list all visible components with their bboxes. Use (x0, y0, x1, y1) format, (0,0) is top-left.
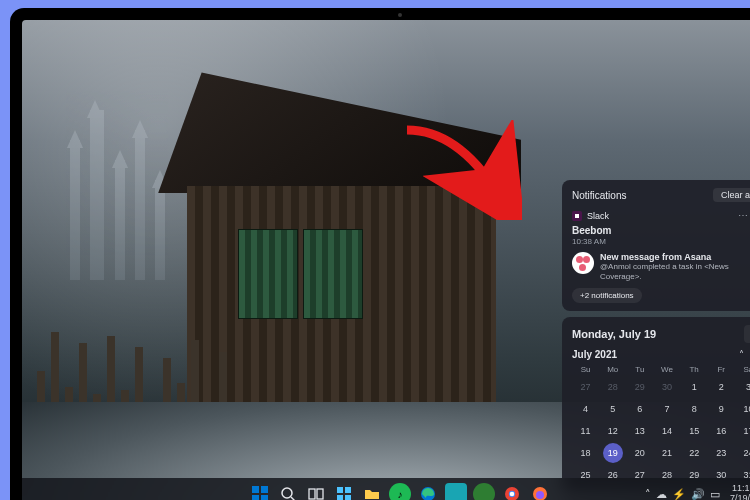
svg-rect-9 (345, 487, 351, 493)
search-icon[interactable] (277, 483, 299, 500)
svg-point-17 (536, 491, 544, 499)
more-notifications-button[interactable]: +2 notifications (572, 288, 642, 303)
start-button[interactable] (249, 483, 271, 500)
calendar-day[interactable]: 8 (681, 399, 708, 419)
calendar-day[interactable]: 4 (572, 399, 599, 419)
chrome-icon[interactable] (501, 483, 523, 500)
calendar-day[interactable]: 7 (653, 399, 680, 419)
screen: Notifications Clear all Slack ⋯ ✕ Beebom… (22, 20, 750, 500)
action-center-flyout: Notifications Clear all Slack ⋯ ✕ Beebom… (562, 180, 750, 499)
notifications-title: Notifications (572, 190, 626, 201)
calendar-day-other-month[interactable]: 28 (599, 377, 626, 397)
svg-rect-6 (309, 489, 315, 499)
webcam-dot (398, 13, 402, 17)
notification-time: 10:38 AM (572, 237, 750, 246)
system-tray: ˄ ☁ ⚡ 🔊 ▭ 11:17 AM 7/19/2021 (645, 484, 750, 500)
svg-rect-2 (252, 495, 259, 500)
calendar-panel: Monday, July 19 ⌄ July 2021 ˄ ˅ SuMoTuWe… (562, 317, 750, 493)
calendar-day[interactable]: 1 (681, 377, 708, 397)
volume-icon[interactable]: 🔊 (691, 488, 705, 501)
app-icon-2[interactable] (473, 483, 495, 500)
calendar-day[interactable]: 12 (599, 421, 626, 441)
calendar-day[interactable]: 9 (708, 399, 735, 419)
svg-rect-8 (337, 487, 343, 493)
calendar-day[interactable]: 14 (653, 421, 680, 441)
calendar-day[interactable]: 3 (735, 377, 750, 397)
notification-message-title: New message from Asana (600, 252, 750, 262)
svg-rect-1 (261, 486, 268, 493)
calendar-day-other-month[interactable]: 29 (626, 377, 653, 397)
calendar-day[interactable]: 24 (735, 443, 750, 463)
notifications-panel: Notifications Clear all Slack ⋯ ✕ Beebom… (562, 180, 750, 311)
calendar-collapse-icon[interactable]: ⌄ (744, 325, 750, 343)
svg-point-15 (510, 492, 515, 497)
calendar-dow: Su (572, 365, 599, 377)
calendar-day-today[interactable]: 19 (603, 443, 623, 463)
laptop-bezel: Notifications Clear all Slack ⋯ ✕ Beebom… (10, 8, 750, 500)
calendar-day[interactable]: 11 (572, 421, 599, 441)
onedrive-icon[interactable]: ☁ (656, 488, 667, 501)
spotify-icon[interactable]: ♪ (389, 483, 411, 500)
calendar-prev-icon[interactable]: ˄ (736, 349, 747, 360)
calendar-day[interactable]: 5 (599, 399, 626, 419)
calendar-month-label[interactable]: July 2021 (572, 349, 617, 360)
file-explorer-icon[interactable] (361, 483, 383, 500)
calendar-full-date: Monday, July 19 (572, 328, 656, 340)
clear-all-button[interactable]: Clear all (713, 188, 750, 202)
notification-channel: Beebom (572, 225, 750, 236)
asana-icon (572, 252, 594, 274)
edge-icon[interactable] (417, 483, 439, 500)
calendar-day-other-month[interactable]: 30 (653, 377, 680, 397)
svg-rect-3 (261, 495, 268, 500)
calendar-day[interactable]: 20 (626, 443, 653, 463)
firefox-icon[interactable] (529, 483, 551, 500)
tray-chevron-icon[interactable]: ˄ (645, 488, 651, 501)
notification-message-body: @Anmol completed a task in <News Coverag… (600, 262, 750, 281)
taskbar-center: ♪ (249, 483, 551, 500)
calendar-day[interactable]: 13 (626, 421, 653, 441)
calendar-day-other-month[interactable]: 27 (572, 377, 599, 397)
calendar-day[interactable]: 22 (681, 443, 708, 463)
svg-rect-0 (252, 486, 259, 493)
wifi-icon[interactable]: ⚡ (672, 488, 686, 501)
battery-icon[interactable]: ▭ (710, 488, 720, 501)
app-icon-1[interactable] (445, 483, 467, 500)
calendar-dow: Th (681, 365, 708, 377)
calendar-day[interactable]: 2 (708, 377, 735, 397)
svg-rect-7 (317, 489, 323, 499)
notification-more-icon[interactable]: ⋯ (738, 210, 748, 221)
calendar-day[interactable]: 17 (735, 421, 750, 441)
svg-rect-10 (337, 495, 343, 500)
calendar-day[interactable]: 6 (626, 399, 653, 419)
calendar-day[interactable]: 18 (572, 443, 599, 463)
calendar-day[interactable]: 23 (708, 443, 735, 463)
calendar-dow: Tu (626, 365, 653, 377)
widgets-icon[interactable] (333, 483, 355, 500)
taskbar-date: 7/19/2021 (730, 494, 750, 500)
calendar-dow: We (653, 365, 680, 377)
svg-point-4 (282, 488, 292, 498)
calendar-days-grid: 2728293012345678910111213141516171819202… (572, 377, 750, 485)
taskbar-clock[interactable]: 11:17 AM 7/19/2021 (724, 484, 750, 500)
calendar-day[interactable]: 21 (653, 443, 680, 463)
taskbar: ♪ ˄ ☁ ⚡ 🔊 ▭ (22, 478, 750, 500)
calendar-weekday-row: SuMoTuWeThFrSa (572, 365, 750, 377)
calendar-dow: Mo (599, 365, 626, 377)
svg-rect-11 (345, 495, 351, 500)
calendar-dow: Fr (708, 365, 735, 377)
task-view-icon[interactable] (305, 483, 327, 500)
calendar-day[interactable]: 10 (735, 399, 750, 419)
slack-icon (572, 211, 582, 221)
calendar-day[interactable]: 15 (681, 421, 708, 441)
notification-app-name: Slack (587, 211, 609, 221)
notification-item[interactable]: New message from Asana @Anmol completed … (572, 252, 750, 281)
calendar-day[interactable]: 16 (708, 421, 735, 441)
calendar-dow: Sa (735, 365, 750, 377)
